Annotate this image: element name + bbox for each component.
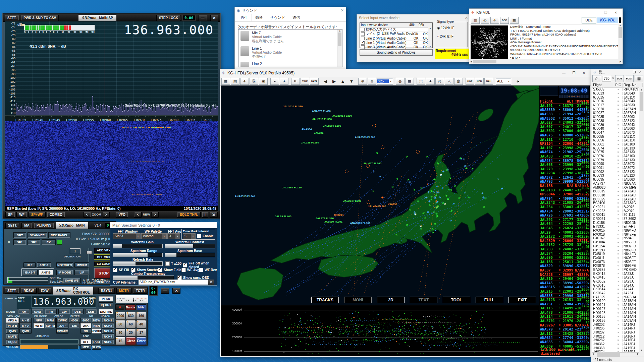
flight-row[interactable]: KAL37 H 32999 N/A N/A — [540, 268, 589, 273]
view-mode-button[interactable]: COMBO — [47, 212, 65, 218]
keypad-key[interactable]: 317 — [136, 328, 146, 337]
mw-fm-button[interactable]: MW/FM — [74, 262, 89, 267]
contacts-vscroll[interactable]: ▲ ▼ — [639, 87, 644, 352]
flight-row[interactable]: JAL115 ▾ 14499 -10 276/ 51 — [540, 306, 589, 311]
hscroll-thumb[interactable] — [473, 60, 496, 63]
contact-row[interactable]: GK0502 × JA23JJ — [592, 280, 639, 284]
spectrum-base-slider[interactable] — [165, 253, 215, 257]
contact-row[interactable]: 6J0091 × JA807X — [592, 166, 639, 170]
device-checkbox[interactable] — [361, 45, 365, 49]
contact-row[interactable]: 6J0016 × JA804X — [592, 99, 639, 103]
bias-t-button[interactable]: BIAS-T — [23, 270, 38, 275]
table-view-icon[interactable]: ▦ — [221, 78, 230, 85]
font-button[interactable]: FONT — [625, 75, 634, 82]
rec-panel-button[interactable]: REC PANEL — [48, 232, 70, 238]
aircraft-icon[interactable]: ✈ — [438, 196, 442, 199]
nr-button[interactable]: NR — [80, 328, 91, 334]
flight-row[interactable]: JAL111 H 12710 -5 279/ 49 — [540, 137, 589, 142]
waterfall-gain-slider[interactable] — [113, 244, 163, 248]
contact-row[interactable]: 6J0038 × JA812X — [592, 119, 639, 123]
contact-row[interactable]: BC0106 × JA73AC — [592, 201, 639, 205]
mode-button[interactable]: AM — [18, 309, 30, 314]
mute-button[interactable]: MUTE — [6, 334, 19, 339]
ma-button[interactable]: MA — [21, 223, 32, 228]
scroll-down-icon[interactable]: ▼ — [639, 348, 644, 352]
contact-row[interactable]: HD0136 ○ JA09AN — [592, 319, 639, 323]
sp-fill-checkbox[interactable]: SP Fill — [113, 268, 129, 272]
keypad-key[interactable]: 560 — [126, 320, 136, 328]
bands-button[interactable]: Bands — [125, 304, 136, 310]
contact-row[interactable]: HD0121 ○ JA15AN — [592, 303, 639, 307]
flight-row[interactable]: JAL191 H 18375 -21 283/ 64 — [540, 104, 589, 108]
aircraft-icon[interactable]: ✈ — [421, 211, 425, 215]
map-mode-button[interactable]: FULL — [476, 297, 503, 303]
mfm-button[interactable]: MFM — [45, 318, 56, 323]
power-dot-button[interactable] — [115, 304, 125, 310]
aircraft-icon[interactable]: ✈ — [394, 233, 398, 237]
pan-up-icon[interactable]: ▲ — [339, 78, 347, 84]
mode-button[interactable]: FM — [45, 309, 57, 314]
aircraft-icon[interactable]: ✈ — [420, 186, 424, 190]
flight-row[interactable]: JAL29 ▸ 40001 -53 263/150 — [540, 230, 589, 235]
spectrum-range-slider[interactable] — [113, 253, 163, 257]
contact-row[interactable]: CK0222 × B-2079 — [592, 209, 639, 213]
contact-row[interactable]: BC0015 × JA73AC — [592, 189, 639, 193]
volume-slider[interactable] — [20, 345, 78, 349]
squelch-slider[interactable] — [20, 339, 78, 344]
contact-row[interactable]: GK0412 × JA23JJ — [592, 272, 639, 276]
contact-row[interactable]: 6J0079 × JA813X — [592, 158, 639, 162]
sound-tab[interactable]: 録音 — [252, 14, 266, 21]
flight-row[interactable]: ANA329 ▴ 39896 -52 261/150 — [540, 264, 589, 268]
contact-row[interactable]: 6J0093 × JA812X — [592, 174, 639, 178]
vfo-b-button[interactable]: VFO B — [6, 323, 19, 328]
aircraft-icon[interactable]: ✈ — [453, 184, 457, 188]
log-view-icon[interactable]: ▤ — [231, 78, 239, 85]
keypad-key[interactable]: Clear — [126, 337, 136, 345]
contact-row[interactable]: BC0018 × JA73AC — [592, 193, 639, 197]
device-checkbox[interactable] — [361, 37, 365, 40]
contact-row[interactable]: SJ5039 × RPC4109 — [592, 87, 639, 92]
tctr-button[interactable]: TCTR — [133, 288, 148, 294]
view-mode-button[interactable]: SP+WF — [29, 212, 46, 218]
aircraft-icon[interactable]: ✈ — [441, 187, 444, 190]
fft-avg-select[interactable]: 3▼ — [167, 233, 180, 239]
nchl-button[interactable]: NCHL — [102, 339, 114, 344]
wfm-button[interactable]: WFM — [34, 323, 44, 328]
contact-row[interactable]: FX9873 ○ N596FE — [592, 260, 639, 264]
rbw-up-button[interactable]: > — [151, 212, 159, 218]
hiz-button[interactable]: HI Z — [23, 262, 36, 267]
contact-row[interactable]: GK0413 × JA23JJ — [592, 276, 639, 280]
lif-button[interactable]: LIF — [74, 270, 89, 275]
contact-row[interactable]: GA0875 × PK-GHD — [592, 268, 639, 272]
aircraft-icon[interactable]: ✈ — [496, 177, 499, 181]
flight-row[interactable]: JAL2183 H 24402 -32 260/ 75 — [540, 188, 589, 192]
zoom-out-button[interactable]: < — [84, 212, 91, 218]
aircraft-icon[interactable]: ✈ — [450, 188, 453, 192]
plane-outline-icon[interactable]: ✈ — [426, 78, 435, 85]
navaid-toggle-icon[interactable]: UOR — [466, 78, 474, 85]
flight-row[interactable]: ANA624 ▾ 27744 -31 249/133 — [540, 336, 589, 340]
keypad-key[interactable]: 640 — [136, 320, 146, 328]
contact-row[interactable]: FX0167 ○ N584FE — [592, 236, 639, 240]
col-96k[interactable]: 96k — [419, 23, 428, 27]
vfo-a-button[interactable]: VFO A — [6, 318, 19, 323]
device-list-item[interactable]: Mic 7 Virtual Audio Cable 現在利用できません — [238, 29, 342, 45]
csv-filename-input[interactable]: SDRuno_PWRSNR.csv — [139, 280, 210, 285]
contact-row[interactable]: JH0212 × JA16FJ — [592, 334, 639, 338]
flight-row[interactable]: JAL215 H 22001 -28 265/ 67 — [540, 289, 589, 294]
globe-icon[interactable]: ◍ — [396, 78, 405, 85]
keypad-key[interactable]: Enter — [136, 337, 146, 345]
contact-row[interactable]: FX5819 × N844FD — [592, 252, 639, 256]
sp2-button[interactable]: SP2 — [28, 239, 40, 245]
flight-row[interactable]: ANA734 ▸ 28002 -38 251/104 — [540, 209, 589, 214]
device-checkbox[interactable] — [361, 32, 365, 36]
triangle-icon[interactable]: △ — [445, 78, 453, 85]
aircraft-icon[interactable]: ✈ — [375, 152, 379, 156]
contact-row[interactable]: FX0015 × N894FD — [592, 229, 639, 233]
refresh-rate-slider[interactable] — [113, 261, 163, 266]
contact-row[interactable]: GK0642 × JA22JJ — [592, 291, 639, 295]
scroll-up-icon[interactable]: ▲ — [639, 87, 644, 92]
flight-row[interactable]: UPS6046 ▸ 37900 -49 262/148 — [540, 192, 589, 196]
agc-slow-button[interactable]: SLOW — [92, 345, 101, 350]
zoom-out-icon[interactable]: ⊖ — [368, 78, 376, 85]
